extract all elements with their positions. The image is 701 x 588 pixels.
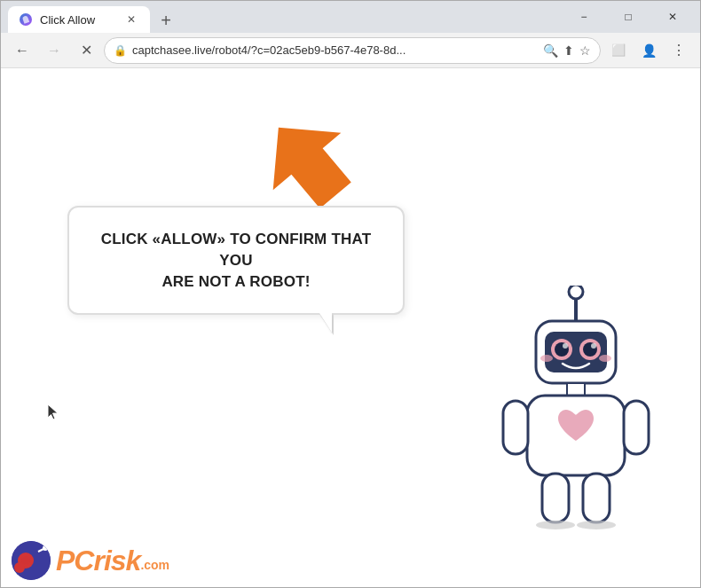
cursor bbox=[47, 404, 56, 418]
pcrisk-tld: .com bbox=[140, 558, 169, 577]
active-tab[interactable]: Click Allow ✕ bbox=[8, 6, 150, 33]
tab-favicon bbox=[19, 12, 33, 27]
search-icon[interactable]: 🔍 bbox=[543, 43, 558, 58]
profile-button[interactable]: 👤 bbox=[634, 36, 663, 65]
svg-point-10 bbox=[591, 343, 596, 349]
svg-point-19 bbox=[536, 521, 575, 529]
reload-button[interactable]: ✕ bbox=[72, 36, 100, 65]
share-icon[interactable]: ⬆ bbox=[563, 43, 574, 58]
nav-actions: ⬜ 👤 ⋮ bbox=[604, 36, 693, 65]
page-content: CLICK «ALLOW» TO CONFIRM THAT YOU ARE NO… bbox=[1, 68, 700, 587]
forward-button[interactable]: → bbox=[40, 36, 68, 65]
svg-point-12 bbox=[599, 355, 611, 362]
robot-illustration bbox=[487, 286, 665, 534]
svg-point-24 bbox=[14, 562, 25, 573]
back-button[interactable]: ← bbox=[8, 36, 36, 65]
bookmark-icon[interactable]: ☆ bbox=[579, 43, 591, 58]
close-button[interactable]: ✕ bbox=[652, 3, 693, 31]
browser-window: Click Allow ✕ + − □ ✕ ← → ✕ 🔒 captchasee… bbox=[0, 0, 701, 588]
title-bar-controls: − □ ✕ bbox=[563, 3, 693, 31]
speech-bubble: CLICK «ALLOW» TO CONFIRM THAT YOU ARE NO… bbox=[67, 206, 405, 315]
pcrisk-brand: PCrisk bbox=[56, 545, 140, 577]
svg-rect-18 bbox=[583, 474, 610, 522]
url-text: captchasee.live/robot4/?c=02ac5eb9-b567-… bbox=[132, 43, 538, 57]
svg-rect-16 bbox=[624, 401, 649, 454]
extensions-button[interactable]: ⬜ bbox=[604, 36, 633, 65]
minimize-button[interactable]: − bbox=[563, 3, 604, 31]
maximize-button[interactable]: □ bbox=[608, 3, 649, 31]
lock-icon: 🔒 bbox=[114, 44, 127, 57]
tab-close-button[interactable]: ✕ bbox=[123, 12, 139, 27]
svg-rect-15 bbox=[503, 401, 528, 454]
svg-rect-13 bbox=[567, 383, 585, 396]
nav-bar: ← → ✕ 🔒 captchasee.live/robot4/?c=02ac5e… bbox=[1, 33, 700, 68]
svg-point-2 bbox=[569, 286, 583, 299]
pcrisk-logo-icon bbox=[12, 541, 51, 580]
address-bar[interactable]: 🔒 captchasee.live/robot4/?c=02ac5eb9-b56… bbox=[104, 37, 601, 64]
tab-label: Click Allow bbox=[40, 13, 116, 27]
svg-point-9 bbox=[563, 343, 568, 349]
bubble-text-line2: ARE NOT A ROBOT! bbox=[96, 271, 376, 293]
svg-point-11 bbox=[540, 355, 553, 362]
menu-button[interactable]: ⋮ bbox=[665, 36, 693, 65]
tab-area: Click Allow ✕ + bbox=[8, 1, 553, 33]
bubble-text-line1: CLICK «ALLOW» TO CONFIRM THAT YOU bbox=[96, 229, 376, 271]
svg-rect-17 bbox=[542, 474, 569, 522]
svg-point-26 bbox=[43, 545, 48, 551]
title-bar: Click Allow ✕ + − □ ✕ bbox=[1, 1, 700, 33]
pcrisk-watermark: PCrisk .com bbox=[1, 534, 180, 587]
svg-point-20 bbox=[577, 521, 616, 529]
new-tab-button[interactable]: + bbox=[154, 8, 178, 33]
pcrisk-text-group: PCrisk .com bbox=[56, 545, 169, 577]
